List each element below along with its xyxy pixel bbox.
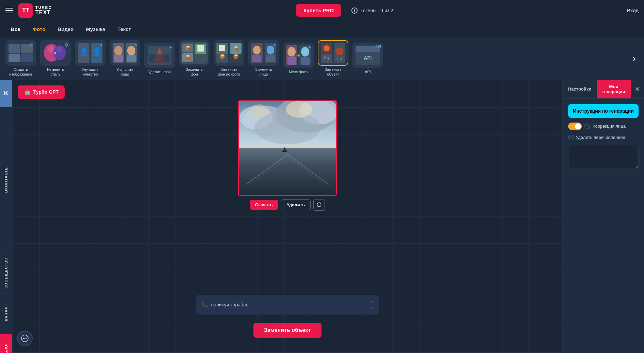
rp-remove-info-icon[interactable]: ?	[568, 135, 574, 140]
tool-label: Заменитьфон	[186, 67, 202, 77]
tool-label: Микс фото	[289, 69, 308, 74]
turbo-gpt-icon: 🤖	[24, 89, 31, 95]
svg-point-79	[286, 101, 312, 118]
rp-generate-button[interactable]: Инструкция по генерации	[568, 104, 639, 118]
sidebar-channel-label: СООБЩЕСТВО	[4, 257, 8, 289]
tool-label: API	[365, 69, 371, 74]
submit-area: Заменить объект	[196, 319, 379, 338]
tool-replace-face[interactable]: ✦ Заменитьлицо	[248, 40, 279, 77]
svg-point-86	[24, 338, 26, 339]
generated-image	[239, 101, 336, 195]
tab-text[interactable]: Текст	[112, 24, 136, 34]
star-icon: ✦	[308, 45, 312, 50]
sidebar-item-kanal[interactable]: КАНАЛ	[0, 293, 12, 334]
main-area: K ВКОНТАКТЕ СООБЩЕСТВО КАНАЛ БЛОГ 🤖 Турб…	[0, 80, 644, 353]
sidebar-item-vk[interactable]: K	[0, 80, 12, 107]
rp-content: Инструкция по генерации ? Коррекция лица…	[563, 99, 644, 174]
svg-text:API: API	[364, 55, 371, 61]
tool-improve-quality[interactable]: ✦ 👤 👤 Улучшитькачество	[75, 40, 105, 77]
star-icon: ✦	[134, 42, 138, 48]
tool-replace-object-preview: img img	[319, 42, 347, 64]
star-icon: ✦	[169, 45, 173, 50]
generated-image-container: Скачать Удалить	[238, 100, 337, 211]
svg-rect-23	[127, 55, 136, 62]
svg-rect-52	[266, 55, 275, 62]
chat-prompt-icon: 📞	[201, 301, 208, 308]
tool-label: Изменитьстиль	[47, 67, 64, 77]
tab-foto[interactable]: Фото	[27, 24, 51, 34]
rp-remove-textarea[interactable]	[568, 145, 639, 169]
svg-rect-56	[287, 57, 296, 65]
tab-music[interactable]: Музыка	[81, 24, 111, 34]
sidebar-item-blog[interactable]: БЛОГ	[0, 334, 12, 353]
svg-point-10	[57, 47, 62, 52]
tab-video[interactable]: Видео	[52, 24, 79, 34]
svg-text:⬜: ⬜	[219, 45, 226, 51]
tokens-label: Токены:	[360, 8, 378, 13]
tool-mix-photo[interactable]: ✦ + Микс фото	[283, 43, 314, 74]
buy-pro-button[interactable]: Купить PRO	[296, 4, 341, 17]
svg-text:📦: 📦	[219, 54, 226, 60]
rp-close-button[interactable]: ✕	[631, 83, 644, 96]
svg-point-55	[287, 47, 296, 57]
undo-icon[interactable]: ↩	[370, 299, 374, 304]
generated-image-frame	[238, 100, 337, 196]
tool-create[interactable]: ⚙ → Создать изображение	[5, 40, 36, 77]
rp-toggle-knob	[575, 123, 581, 129]
sidebar-item-channel[interactable]: СООБЩЕСТВО	[0, 253, 12, 293]
header-right: Вход	[627, 7, 639, 14]
rp-remove-label: Удалить перечисленное	[576, 135, 625, 140]
turbo-gpt-button[interactable]: 🤖 Турбо GPT	[18, 85, 65, 99]
svg-point-85	[23, 338, 24, 339]
tool-replace-bg[interactable]: ⬜ 📦 📦 Заменитьфон	[179, 40, 210, 77]
vk-icon: K	[4, 90, 9, 97]
tool-api[interactable]: API API API	[352, 43, 383, 74]
tokens-info-icon[interactable]: i	[351, 7, 358, 14]
chat-bubble-icon	[21, 335, 29, 342]
retry-button[interactable]	[313, 199, 325, 211]
tool-remove-bg[interactable]: ✦ ~ Удалить фон	[144, 43, 175, 74]
delete-button[interactable]: Удалить	[281, 199, 311, 210]
chat-bubble-button[interactable]	[17, 331, 33, 346]
chat-row: 📞 нарисуй корабль ↩ ↪	[201, 299, 374, 310]
rp-face-correction-toggle[interactable]	[568, 123, 582, 130]
svg-rect-72	[356, 50, 380, 52]
sidebar-item-community[interactable]: ВКОНТАКТЕ	[0, 107, 12, 253]
right-panel-tabs: Настройки Мои генерации ✕	[563, 80, 644, 99]
svg-text:📦: 📦	[233, 54, 239, 60]
rp-tab-settings[interactable]: Настройки	[563, 82, 597, 96]
svg-point-48	[253, 46, 261, 54]
tool-label: Заменитьобъект	[325, 67, 341, 77]
svg-marker-81	[283, 147, 286, 151]
menu-icon[interactable]	[5, 8, 13, 13]
tools-next-arrow[interactable]: ›	[630, 53, 639, 64]
svg-text:img: img	[324, 56, 329, 60]
svg-point-64	[324, 45, 330, 51]
tool-replace-object[interactable]: img img Заменитьобъект	[318, 40, 348, 77]
tab-all[interactable]: Все	[5, 24, 26, 34]
tool-improve-face[interactable]: ✦ Улучшитьлицо	[110, 40, 140, 77]
star-icon: ✦	[273, 42, 277, 48]
svg-point-80	[249, 104, 269, 117]
rp-remove-row: ? Удалить перечисленное	[568, 135, 639, 140]
tool-replace-bg-photo-preview: ⬜ 📦 📦 📦	[215, 42, 243, 64]
tool-label: Удалить фон	[148, 69, 171, 74]
tool-change-style[interactable]: ⚙ ✦ Изменитьстиль	[40, 40, 71, 77]
svg-rect-59	[301, 57, 310, 65]
canvas-area: 🤖 Турбо GPT	[12, 80, 562, 353]
download-button[interactable]: Скачать	[250, 200, 278, 210]
chat-input-box: 📞 нарисуй корабль ↩ ↪	[196, 295, 379, 315]
tools-row: ⚙ → Создать изображение ⚙ ✦	[0, 37, 644, 80]
svg-text:+: +	[297, 52, 300, 58]
rp-info-icon[interactable]: ?	[584, 124, 590, 129]
tool-replace-bg-photo[interactable]: ⬜ 📦 📦 📦 Заменитьфон по фото	[214, 40, 244, 77]
login-button[interactable]: Вход	[627, 7, 639, 13]
left-sidebar: K ВКОНТАКТЕ СООБЩЕСТВО КАНАЛ БЛОГ	[0, 80, 12, 353]
redo-icon[interactable]: ↪	[370, 305, 374, 310]
rp-tab-my-gen[interactable]: Мои генерации	[597, 80, 631, 98]
api-badge: API	[375, 45, 381, 48]
submit-button[interactable]: Заменить объект	[253, 323, 321, 338]
logo: TT TURBO TEXT	[18, 3, 52, 18]
image-wake-svg	[239, 151, 336, 188]
rp-toggle-row: ? Коррекция лица	[568, 123, 639, 130]
